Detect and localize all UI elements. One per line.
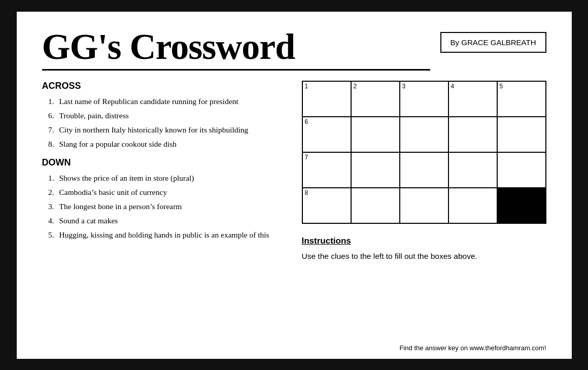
page: GG's Crossword By GRACE GALBREATH ACROSS… [15,10,573,360]
grid-cell-r2-c3[interactable] [448,152,497,188]
clue-num: 8. [42,138,54,150]
down-clue-3: 3. The longest bone in a person’s forear… [42,200,287,213]
clue-num: 7. [42,124,54,136]
clue-num: 5. [42,229,54,241]
across-clue-7: 7. City in northern Italy historically k… [42,124,287,136]
instructions-text: Use the clues to the left to fill out th… [302,250,546,262]
grid-cell-r3-c0[interactable]: 8 [302,188,351,223]
title-block: GG's Crossword [42,27,430,71]
grid-cell-r2-c4[interactable] [497,152,546,188]
cell-number: 8 [305,190,308,196]
cell-number: 7 [305,154,308,160]
byline-box: By GRACE GALBREATH [440,32,546,53]
page-title: GG's Crossword [42,27,430,67]
cell-number: 6 [305,119,308,125]
clue-num: 3. [42,200,54,213]
instructions-heading: Instructions [302,236,546,246]
clue-num: 1. [42,95,54,108]
clue-num: 1. [42,172,54,184]
content-area: ACROSS 1. Last name of Republican candid… [42,81,546,262]
grid-cell-r2-c1[interactable] [351,152,400,188]
grid-cell-r3-c1[interactable] [351,188,400,223]
grid-cell-r1-c4[interactable] [497,117,546,152]
clue-text: Sound a cat makes [59,215,287,227]
grid-cell-r0-c2[interactable]: 3 [400,81,448,117]
down-clues-list: 1. Shows the price of an item in store (… [42,172,287,241]
clue-text: Last name of Republican candidate runnin… [59,95,287,108]
across-clue-8: 8. Slang for a popular cookout side dish [42,138,287,150]
clue-text: The longest bone in a person’s forearm [59,200,287,213]
grid-cell-r0-c4[interactable]: 5 [497,81,546,117]
grid-cell-r1-c2[interactable] [400,117,448,152]
down-clue-5: 5. Hugging, kissing and holding hands in… [42,229,287,241]
footer-text: Find the answer key on www.thefordhamram… [399,344,546,352]
across-clues-list: 1. Last name of Republican candidate run… [42,95,287,150]
cell-number: 3 [402,83,406,89]
clue-text: Slang for a popular cookout side dish [59,138,287,150]
down-clue-2: 2. Cambodia’s basic unit of currency [42,186,287,198]
right-section: 12345678 Instructions Use the clues to t… [302,81,546,262]
grid-cell-r0-c3[interactable]: 4 [448,81,497,117]
down-clue-4: 4. Sound a cat makes [42,215,287,227]
grid-cell-r1-c3[interactable] [448,117,497,152]
clue-text: Shows the price of an item in store (plu… [59,172,287,184]
title-divider [42,69,430,71]
across-clue-6: 6. Trouble, pain, distress [42,110,287,122]
clue-text: Cambodia’s basic unit of currency [59,186,287,198]
clue-num: 2. [42,186,54,198]
down-heading: DOWN [42,157,287,168]
grid-cell-r3-c2[interactable] [400,188,448,223]
clue-text: Trouble, pain, distress [59,110,287,122]
grid-cell-r1-c1[interactable] [351,117,400,152]
grid-cell-r3-c4[interactable] [497,188,546,223]
clue-text: City in northern Italy historically know… [59,124,287,136]
cell-number: 1 [305,83,308,89]
clue-text: Hugging, kissing and holding hands in pu… [59,229,287,241]
cell-number: 2 [354,83,357,89]
clues-section: ACROSS 1. Last name of Republican candid… [42,81,287,262]
grid-cell-r1-c0[interactable]: 6 [302,117,351,152]
crossword-grid: 12345678 [302,81,546,224]
header: GG's Crossword By GRACE GALBREATH [42,27,546,71]
grid-cell-r3-c3[interactable] [448,188,497,223]
clue-num: 6. [42,110,54,122]
cell-number: 4 [451,83,455,89]
grid-cell-r2-c2[interactable] [400,152,448,188]
down-clue-1: 1. Shows the price of an item in store (… [42,172,287,184]
grid-cell-r2-c0[interactable]: 7 [302,152,351,188]
clue-num: 4. [42,215,54,227]
grid-cell-r0-c0[interactable]: 1 [302,81,351,117]
cell-number: 5 [500,83,503,89]
grid-cell-r0-c1[interactable]: 2 [351,81,400,117]
across-clue-1: 1. Last name of Republican candidate run… [42,95,287,108]
across-heading: ACROSS [42,81,287,91]
